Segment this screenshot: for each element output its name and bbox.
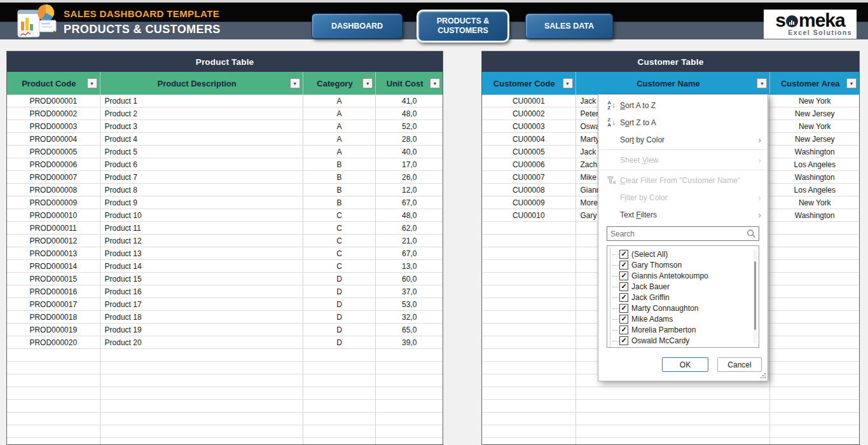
- cell[interactable]: [482, 425, 576, 437]
- cell[interactable]: PROD000010: [7, 209, 100, 221]
- cell[interactable]: [576, 413, 771, 425]
- cell[interactable]: Product 2: [100, 107, 303, 120]
- filter-value-item[interactable]: ✓Jack Bauer: [612, 281, 752, 292]
- cell[interactable]: PROD000007: [7, 171, 100, 183]
- cell[interactable]: Product 19: [100, 324, 303, 336]
- cell[interactable]: PROD000014: [7, 260, 100, 272]
- cell[interactable]: [770, 235, 859, 247]
- cell[interactable]: New Jersey: [770, 107, 859, 120]
- cell[interactable]: [770, 438, 859, 445]
- cell[interactable]: CU00002: [482, 107, 576, 120]
- cell[interactable]: PROD000009: [7, 196, 100, 209]
- cell[interactable]: [482, 235, 576, 247]
- checkbox[interactable]: ✓: [619, 347, 628, 348]
- cell[interactable]: 65,0: [376, 324, 443, 336]
- cell[interactable]: [376, 387, 443, 399]
- cell[interactable]: B: [303, 196, 376, 209]
- cell[interactable]: [482, 400, 576, 412]
- cell[interactable]: Los Angeles: [770, 158, 859, 170]
- cell[interactable]: [303, 349, 376, 361]
- cell[interactable]: Product 5: [100, 146, 303, 158]
- cell[interactable]: New Jersey: [770, 133, 859, 145]
- cell[interactable]: [303, 400, 376, 412]
- cell[interactable]: [770, 349, 859, 361]
- cell[interactable]: C: [303, 247, 376, 259]
- filter-value-item[interactable]: ✓Giannis Antetokoumpo: [612, 270, 752, 281]
- cell[interactable]: [303, 438, 376, 445]
- cell[interactable]: [303, 362, 376, 374]
- cell[interactable]: [576, 387, 771, 399]
- menu-item-sort-by-color[interactable]: Sort by Color›: [598, 131, 768, 148]
- cell[interactable]: [7, 349, 100, 361]
- cell[interactable]: 39,0: [376, 336, 443, 348]
- filter-value-item[interactable]: ✓Oswald McCardy: [612, 335, 752, 346]
- cell[interactable]: [376, 374, 443, 387]
- cell[interactable]: [482, 273, 576, 285]
- filter-dropdown-button[interactable]: ▼: [87, 78, 97, 88]
- cell[interactable]: 37,0: [376, 285, 443, 298]
- cell[interactable]: [482, 260, 576, 272]
- checkbox[interactable]: ✓: [619, 250, 628, 259]
- cell[interactable]: [7, 387, 100, 399]
- list-scrollbar[interactable]: [753, 250, 757, 343]
- cell[interactable]: [482, 285, 576, 298]
- cell[interactable]: [303, 425, 376, 437]
- cell[interactable]: Washington: [770, 146, 859, 158]
- nav-button-dashboard[interactable]: DASHBOARD: [312, 13, 403, 39]
- cell[interactable]: CU00006: [482, 158, 576, 170]
- cell[interactable]: PROD000013: [7, 247, 100, 259]
- cell[interactable]: Product 11: [100, 222, 303, 234]
- cell[interactable]: [376, 349, 443, 361]
- cell[interactable]: [576, 438, 771, 445]
- cell[interactable]: Product 13: [100, 247, 303, 259]
- cell[interactable]: [482, 362, 576, 374]
- cell[interactable]: Product 7: [100, 171, 303, 183]
- cell[interactable]: PROD000019: [7, 324, 100, 336]
- cell[interactable]: [376, 362, 443, 374]
- cell[interactable]: PROD000003: [7, 120, 100, 132]
- cell[interactable]: Product 4: [100, 133, 303, 145]
- checkbox[interactable]: ✓: [619, 325, 628, 334]
- cell[interactable]: [7, 362, 100, 374]
- cell[interactable]: B: [303, 184, 376, 196]
- cell[interactable]: PROD000011: [7, 222, 100, 234]
- cancel-button[interactable]: Cancel: [717, 357, 762, 372]
- cell[interactable]: Washington: [770, 171, 859, 183]
- cell[interactable]: CU00007: [482, 171, 576, 183]
- cell[interactable]: [770, 311, 859, 323]
- menu-item-sort-z-to-a[interactable]: ZA↓Sort Z to A: [598, 114, 768, 131]
- cell[interactable]: 12,0: [376, 184, 443, 196]
- cell[interactable]: New York: [770, 95, 859, 107]
- cell[interactable]: Product 12: [100, 235, 303, 247]
- cell[interactable]: 48,0: [376, 107, 443, 120]
- filter-value-item[interactable]: ✓Marty Connaughton: [612, 303, 752, 313]
- cell[interactable]: PROD000017: [7, 298, 100, 310]
- filter-value-item[interactable]: ✓Gary Thomson: [612, 259, 752, 270]
- cell[interactable]: D: [303, 273, 376, 285]
- nav-button-products-customers[interactable]: PRODUCTS & CUSTOMERS: [417, 10, 509, 43]
- checkbox[interactable]: ✓: [619, 282, 628, 291]
- cell[interactable]: [100, 425, 303, 437]
- search-input[interactable]: [607, 226, 759, 241]
- cell[interactable]: [376, 413, 443, 425]
- cell[interactable]: 40,0: [376, 146, 443, 158]
- cell[interactable]: D: [303, 336, 376, 348]
- cell[interactable]: Product 1: [100, 95, 303, 107]
- cell[interactable]: C: [303, 260, 376, 272]
- cell[interactable]: Product 8: [100, 184, 303, 196]
- cell[interactable]: CU00008: [482, 184, 576, 196]
- menu-item-sort-a-to-z[interactable]: AZ↓Sort A to Z: [598, 97, 768, 114]
- cell[interactable]: PROD000018: [7, 311, 100, 323]
- cell[interactable]: [482, 247, 576, 259]
- cell[interactable]: [770, 260, 859, 272]
- cell[interactable]: [770, 285, 859, 298]
- cell[interactable]: C: [303, 222, 376, 234]
- cell[interactable]: Product 10: [100, 209, 303, 221]
- cell[interactable]: CU00003: [482, 120, 576, 132]
- cell[interactable]: [576, 400, 771, 412]
- cell[interactable]: A: [303, 120, 376, 132]
- cell[interactable]: A: [303, 146, 376, 158]
- cell[interactable]: [7, 374, 100, 387]
- cell[interactable]: CU00010: [482, 209, 576, 221]
- cell[interactable]: Product 6: [100, 158, 303, 170]
